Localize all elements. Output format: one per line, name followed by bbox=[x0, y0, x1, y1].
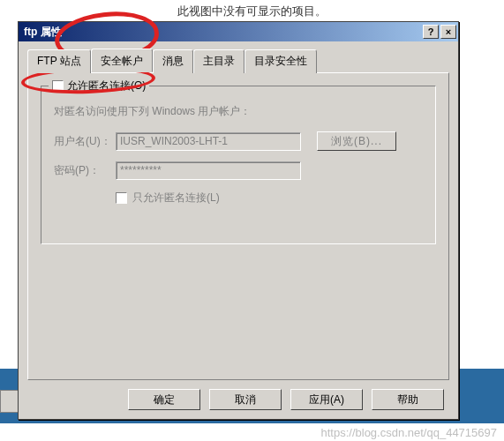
tab-ftp-site[interactable]: FTP 站点 bbox=[27, 49, 91, 73]
browse-button[interactable]: 浏览(B)... bbox=[317, 131, 396, 151]
allow-anonymous-label: 允许匿名连接(O) bbox=[67, 78, 146, 93]
password-field[interactable]: ********** bbox=[116, 161, 301, 180]
tab-home-directory[interactable]: 主目录 bbox=[193, 49, 244, 73]
help-button[interactable]: 帮助 bbox=[372, 389, 444, 410]
dialog-body: FTP 站点 安全帐户 消息 主目录 目录安全性 允许匿名连接(O) 对匿名访问… bbox=[19, 41, 458, 419]
allow-anonymous-checkbox[interactable] bbox=[52, 80, 64, 92]
anonymous-groupbox: 允许匿名连接(O) 对匿名访问使用下列 Windows 用户帐户： 用户名(U)… bbox=[41, 86, 436, 244]
apply-button[interactable]: 应用(A) bbox=[290, 389, 363, 410]
only-anonymous-row: 只允许匿名连接(L) bbox=[116, 191, 423, 206]
view-empty-caption: 此视图中没有可显示的项目。 bbox=[0, 0, 504, 21]
ok-button[interactable]: 确定 bbox=[128, 389, 200, 410]
dialog-button-row: 确定 取消 应用(A) 帮助 bbox=[27, 380, 449, 410]
anonymous-desc: 对匿名访问使用下列 Windows 用户帐户： bbox=[54, 104, 423, 119]
dialog-title: ftp 属性 bbox=[24, 25, 421, 40]
allow-anonymous-row: 允许匿名连接(O) bbox=[49, 78, 149, 93]
tab-directory-security[interactable]: 目录安全性 bbox=[244, 49, 317, 73]
only-anonymous-label: 只允许匿名连接(L) bbox=[132, 191, 220, 206]
properties-dialog: ftp 属性 ? × FTP 站点 安全帐户 消息 主目录 目录安全性 允许匿名… bbox=[18, 21, 459, 420]
password-label: 密码(P)： bbox=[54, 163, 116, 178]
username-label: 用户名(U)： bbox=[54, 134, 116, 149]
password-row: 密码(P)： ********** bbox=[54, 161, 423, 180]
tab-messages[interactable]: 消息 bbox=[153, 49, 193, 73]
watermark: https://blog.csdn.net/qq_44715697 bbox=[321, 426, 498, 439]
tabstrip: FTP 站点 安全帐户 消息 主目录 目录安全性 bbox=[27, 49, 449, 72]
username-field[interactable]: IUSR_WIN2003-LHT-1 bbox=[116, 132, 301, 151]
close-icon[interactable]: × bbox=[440, 25, 456, 39]
only-anonymous-checkbox[interactable] bbox=[116, 192, 127, 204]
username-row: 用户名(U)： IUSR_WIN2003-LHT-1 浏览(B)... bbox=[54, 131, 423, 151]
tabpanel-security: 允许匿名连接(O) 对匿名访问使用下列 Windows 用户帐户： 用户名(U)… bbox=[27, 72, 449, 380]
cancel-button[interactable]: 取消 bbox=[209, 389, 282, 410]
dialog-titlebar: ftp 属性 ? × bbox=[19, 22, 458, 41]
tab-security-accounts[interactable]: 安全帐户 bbox=[91, 49, 153, 72]
help-icon[interactable]: ? bbox=[423, 25, 439, 39]
